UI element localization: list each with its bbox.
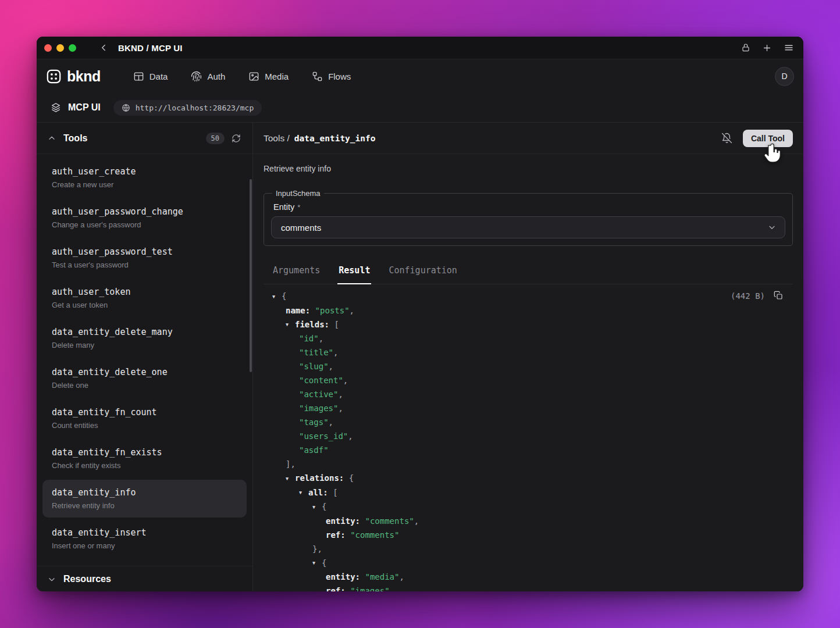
mcp-endpoint-url: http://localhost:28623/mcp <box>136 104 254 112</box>
json-punct: [ <box>329 320 339 329</box>
tab-configuration[interactable]: Configuration <box>387 262 458 284</box>
entity-select-value: comments <box>281 223 321 233</box>
nav-item-media[interactable]: Media <box>248 71 289 82</box>
chevron-left-icon <box>98 42 109 53</box>
zoom-window-button[interactable] <box>69 44 76 52</box>
result-tabs: ArgumentsResultConfiguration <box>264 262 793 284</box>
json-string: "content" <box>299 376 343 385</box>
tool-item-auth_user_password_test[interactable]: auth_user_password_testTest a user's pas… <box>42 239 247 277</box>
bknd-logo-icon <box>46 69 62 84</box>
close-window-button[interactable] <box>44 44 52 52</box>
json-line: "asdf" <box>272 443 793 457</box>
json-string: "images" <box>299 404 338 413</box>
tool-item-auth_user_password_change[interactable]: auth_user_password_changeChange a user's… <box>42 199 247 237</box>
window-controls <box>44 44 76 52</box>
minimize-window-button[interactable] <box>56 44 64 52</box>
json-line: ref: "images" <box>272 584 793 591</box>
nav-item-data[interactable]: Data <box>133 71 168 82</box>
breadcrumb-section[interactable]: Tools / <box>264 133 290 144</box>
json-punct <box>346 530 350 540</box>
json-punct: , <box>338 390 343 399</box>
resources-section-toggle[interactable]: Resources <box>37 566 252 591</box>
json-line: "users_id", <box>272 429 793 443</box>
input-schema-legend: InputSchema <box>272 189 324 198</box>
workflow-icon <box>312 71 323 82</box>
mcp-endpoint-pill[interactable]: http://localhost:28623/mcp <box>113 100 262 116</box>
tool-item-name: data_entity_insert <box>52 527 237 538</box>
json-punct: { <box>322 558 326 568</box>
tool-description: Retrieve entity info <box>264 164 793 173</box>
json-punct: , <box>319 334 323 343</box>
new-tab-icon[interactable] <box>762 43 772 53</box>
input-schema-fieldset: InputSchema Entity* comments <box>264 189 793 246</box>
tab-arguments[interactable]: Arguments <box>272 262 321 284</box>
tool-item-data_entity_fn_count[interactable]: data_entity_fn_countCount entities <box>42 399 247 437</box>
app-window: BKND / MCP UI <box>37 37 803 591</box>
avatar-letter: D <box>781 72 787 81</box>
tool-item-auth_user_create[interactable]: auth_user_createCreate a new user <box>42 159 247 197</box>
tool-item-name: auth_user_token <box>52 286 237 298</box>
tool-detail-panel: Tools / data_entity_info Call Tool Retri… <box>253 123 803 591</box>
json-punct: { <box>322 502 326 511</box>
collapse-toggle-icon[interactable]: ▼ <box>286 472 295 486</box>
json-string: "active" <box>299 390 338 399</box>
tool-item-name: auth_user_password_test <box>52 246 237 258</box>
entity-field-label: Entity* <box>273 202 785 212</box>
payload-size-label: (442 B) <box>731 291 765 301</box>
json-string: "tags" <box>299 418 329 427</box>
copy-icon[interactable] <box>774 291 783 300</box>
chevron-up-icon[interactable] <box>47 134 56 143</box>
tool-item-data_entity_delete_many[interactable]: data_entity_delete_manyDelete many <box>42 319 247 357</box>
tool-item-description: Delete many <box>52 340 237 350</box>
json-key: fields: <box>295 320 329 329</box>
json-string: "images" <box>350 586 389 591</box>
json-punct: , <box>348 431 353 441</box>
mouse-cursor <box>763 143 782 165</box>
json-line: ▼relations: { <box>272 471 793 486</box>
tool-item-description: Change a user's password <box>52 220 237 230</box>
json-line: name: "posts", <box>272 304 793 317</box>
nav-item-flows[interactable]: Flows <box>312 71 351 82</box>
bknd-logo[interactable]: bknd <box>46 68 101 85</box>
collapse-toggle-icon[interactable]: ▼ <box>272 290 282 304</box>
json-string: "comments" <box>365 516 414 526</box>
user-avatar[interactable]: D <box>775 67 794 86</box>
json-punct: , <box>333 348 338 357</box>
collapse-toggle-icon[interactable]: ▼ <box>286 317 295 331</box>
tool-item-data_entity_fn_exists[interactable]: data_entity_fn_existsCheck if entity exi… <box>42 440 247 477</box>
entity-select[interactable]: comments <box>271 216 785 238</box>
tool-item-data_entity_insert[interactable]: data_entity_insertInsert one or many <box>42 520 247 558</box>
json-line: ref: "comments" <box>272 528 793 542</box>
sidebar-scrollbar-thumb[interactable] <box>250 179 252 372</box>
main-nav: Data Auth Media <box>133 71 351 82</box>
tool-item-name: data_entity_info <box>52 487 237 498</box>
json-string: "title" <box>299 348 333 357</box>
json-key: entity: <box>326 516 360 526</box>
breadcrumb-tool-name: data_entity_info <box>294 134 376 143</box>
notifications-off-icon[interactable] <box>721 133 732 144</box>
tab-result[interactable]: Result <box>337 262 371 284</box>
tools-section-title: Tools <box>63 133 87 144</box>
nav-item-auth[interactable]: Auth <box>191 71 225 82</box>
hand-pointer-icon <box>763 143 782 165</box>
lock-icon[interactable] <box>741 43 750 52</box>
tool-item-name: data_entity_fn_exists <box>52 447 237 458</box>
json-line: ▼{ <box>272 556 793 570</box>
nav-item-label: Data <box>150 72 168 81</box>
titlebar-actions <box>741 42 794 53</box>
tool-item-auth_user_token[interactable]: auth_user_tokenGet a user token <box>42 279 247 317</box>
refresh-icon[interactable] <box>232 134 241 143</box>
json-string: "id" <box>299 334 319 343</box>
collapse-toggle-icon[interactable]: ▼ <box>299 486 308 499</box>
menu-icon[interactable] <box>784 42 794 53</box>
tool-detail-header: Tools / data_entity_info Call Tool <box>253 123 803 154</box>
collapse-toggle-icon[interactable]: ▼ <box>312 556 322 570</box>
collapse-toggle-icon[interactable]: ▼ <box>312 500 322 514</box>
tool-item-data_entity_delete_one[interactable]: data_entity_delete_oneDelete one <box>42 359 247 397</box>
tool-item-description: Get a user token <box>52 300 237 310</box>
tool-item-data_entity_info[interactable]: data_entity_infoRetrieve entity info <box>42 480 247 518</box>
tool-list: auth_user_createCreate a new userauth_us… <box>37 154 252 566</box>
fingerprint-icon <box>191 71 202 82</box>
json-line: ▼all: [ <box>272 486 793 500</box>
back-button[interactable] <box>98 42 109 53</box>
